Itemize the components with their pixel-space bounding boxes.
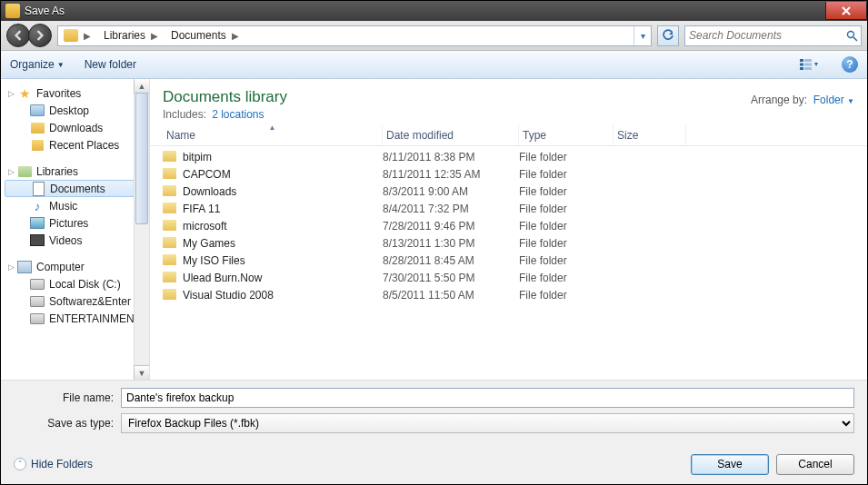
folder-icon <box>163 203 177 215</box>
filename-input[interactable] <box>121 388 854 408</box>
table-row[interactable]: bitpim8/11/2011 8:38 PMFile folder <box>163 148 867 165</box>
nav-computer[interactable]: ▷Computer <box>5 258 149 275</box>
col-name[interactable]: Name▲ <box>163 124 383 145</box>
col-date[interactable]: Date modified <box>383 124 519 145</box>
nav-favorites[interactable]: ▷★Favorites <box>5 84 149 102</box>
svg-line-1 <box>853 37 857 41</box>
row-name: bitpim <box>183 151 212 163</box>
folder-icon <box>163 272 177 284</box>
table-row[interactable]: Visual Studio 20088/5/2011 11:50 AMFile … <box>163 286 867 303</box>
svg-rect-7 <box>804 67 812 70</box>
save-as-dialog: Save As ▶ Libraries▶ Documents▶ ▾ <box>0 0 868 485</box>
nav-videos[interactable]: Videos <box>5 232 149 249</box>
svg-rect-6 <box>800 67 803 70</box>
arrange-by[interactable]: Arrange by: Folder ▼ <box>751 88 854 106</box>
nav-drive-softwarez[interactable]: Softwarez&Enter <box>5 292 149 310</box>
table-row[interactable]: Downloads8/3/2011 9:00 AMFile folder <box>163 183 867 200</box>
search-input[interactable] <box>685 29 843 42</box>
col-size[interactable]: Size <box>614 124 686 145</box>
nav-libraries[interactable]: ▷Libraries <box>5 163 149 180</box>
filename-label: File name: <box>14 391 121 404</box>
row-type: File folder <box>519 168 614 181</box>
help-button[interactable]: ? <box>842 56 858 73</box>
nav-desktop[interactable]: Desktop <box>5 102 149 119</box>
row-name: CAPCOM <box>183 168 231 181</box>
nav-pictures[interactable]: Pictures <box>5 214 149 232</box>
filetype-select[interactable]: Firefox Backup Files (*.fbk) <box>121 413 854 433</box>
nav-drive-entertainment[interactable]: ENTERTAINMEN <box>5 310 149 327</box>
row-date: 8/11/2011 12:35 AM <box>383 168 519 181</box>
breadcrumb[interactable]: ▶ Libraries▶ Documents▶ ▾ <box>57 25 652 46</box>
row-name: Ulead Burn.Now <box>183 272 262 284</box>
nav-documents[interactable]: Documents <box>5 180 149 197</box>
organize-button[interactable]: Organize ▼ <box>10 58 65 71</box>
locations-link[interactable]: 2 locations <box>212 108 264 121</box>
window-close-button[interactable] <box>825 2 867 20</box>
libraries-icon <box>17 165 32 178</box>
refresh-button[interactable] <box>657 25 679 46</box>
search-box[interactable] <box>684 25 862 46</box>
row-date: 8/13/2011 1:30 PM <box>383 237 519 250</box>
nav-back-button[interactable] <box>6 24 30 47</box>
address-bar: ▶ Libraries▶ Documents▶ ▾ <box>1 21 867 51</box>
row-date: 8/11/2011 8:38 PM <box>383 151 519 163</box>
filetype-label: Save as type: <box>14 417 121 430</box>
expand-icon: ▷ <box>8 262 15 272</box>
star-icon: ★ <box>17 87 32 100</box>
chevron-right-icon: ▶ <box>82 31 93 41</box>
nav-drive-c[interactable]: Local Disk (C:) <box>5 275 149 292</box>
row-type: File folder <box>519 203 614 215</box>
help-icon: ? <box>846 58 853 71</box>
scroll-down-icon[interactable]: ▼ <box>134 365 150 380</box>
folder-icon <box>163 237 177 250</box>
view-icon <box>800 58 818 71</box>
drive-icon <box>30 312 45 325</box>
table-row[interactable]: My ISO Files8/28/2011 8:45 AMFile folder <box>163 252 867 269</box>
table-row[interactable]: microsoft7/28/2011 9:46 PMFile folder <box>163 217 867 234</box>
table-row[interactable]: FIFA 118/4/2011 7:32 PMFile folder <box>163 200 867 217</box>
scrollbar-thumb[interactable] <box>135 93 148 224</box>
dialog-footer: ˄ Hide Folders Save Cancel <box>1 444 867 484</box>
row-type: File folder <box>519 272 614 284</box>
table-row[interactable]: Ulead Burn.Now7/30/2011 5:50 PMFile fold… <box>163 269 867 286</box>
breadcrumb-seg-libraries[interactable]: Libraries▶ <box>98 26 165 45</box>
nav-music[interactable]: ♪Music <box>5 197 149 214</box>
row-name: My Games <box>183 237 235 250</box>
view-button[interactable] <box>796 54 822 74</box>
music-icon: ♪ <box>30 200 45 213</box>
row-type: File folder <box>519 237 614 250</box>
cancel-button[interactable]: Cancel <box>776 454 854 475</box>
pictures-icon <box>30 217 45 230</box>
new-folder-button[interactable]: New folder <box>85 58 136 71</box>
app-icon <box>5 4 20 18</box>
folder-icon <box>163 289 177 302</box>
row-type: File folder <box>519 151 614 163</box>
nav-recent-places[interactable]: Recent Places <box>5 136 149 153</box>
close-icon <box>841 6 852 15</box>
hide-folders-button[interactable]: ˄ Hide Folders <box>14 458 93 470</box>
svg-rect-5 <box>804 64 812 66</box>
breadcrumb-seg-documents[interactable]: Documents▶ <box>165 26 246 45</box>
drive-icon <box>30 295 45 308</box>
expand-icon: ▷ <box>8 167 15 176</box>
nav-scrollbar[interactable]: ▲ ▼ <box>134 79 149 380</box>
chevron-up-icon: ˄ <box>14 458 26 470</box>
row-type: File folder <box>519 254 614 267</box>
nav-downloads[interactable]: Downloads <box>5 119 149 136</box>
nav-forward-button[interactable] <box>28 24 52 47</box>
row-type: File folder <box>519 220 614 233</box>
table-row[interactable]: CAPCOM8/11/2011 12:35 AMFile folder <box>163 165 867 183</box>
row-type: File folder <box>519 185 614 198</box>
row-date: 8/5/2011 11:50 AM <box>383 289 519 302</box>
row-name: Visual Studio 2008 <box>183 289 274 302</box>
folder-icon <box>163 254 177 267</box>
library-title: Documents library <box>163 88 287 106</box>
chevron-down-icon: ▼ <box>57 61 65 69</box>
breadcrumb-dropdown[interactable]: ▾ <box>634 26 651 45</box>
table-row[interactable]: My Games8/13/2011 1:30 PMFile folder <box>163 234 867 252</box>
scroll-up-icon[interactable]: ▲ <box>134 79 150 94</box>
row-name: My ISO Files <box>183 254 245 267</box>
save-button[interactable]: Save <box>691 454 769 475</box>
library-subtitle: Includes: 2 locations <box>163 108 287 121</box>
col-type[interactable]: Type <box>519 124 614 145</box>
